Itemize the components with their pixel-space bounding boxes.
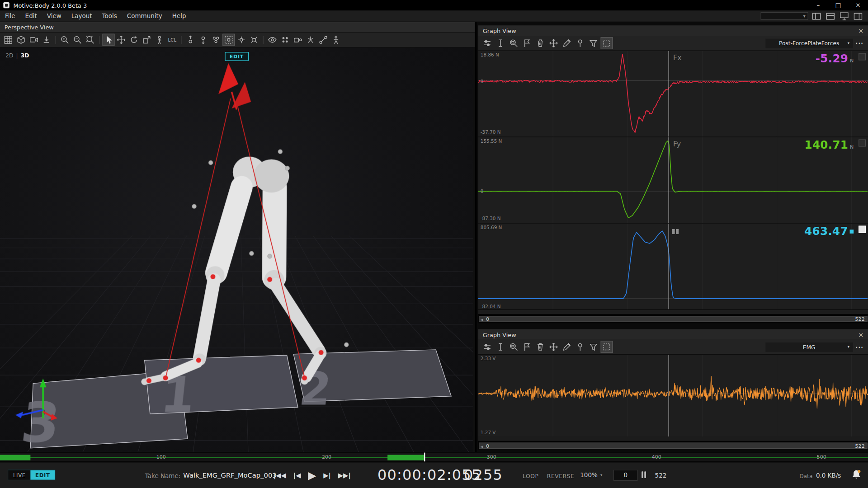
lcl-toggle[interactable]: LCL	[166, 34, 178, 46]
sliders-icon[interactable]	[481, 341, 493, 353]
trash-icon[interactable]	[534, 341, 547, 353]
zoom-in-icon[interactable]	[59, 34, 71, 46]
marker-select-icon[interactable]	[222, 34, 235, 46]
layout-combo[interactable]: ▾	[760, 12, 808, 20]
menu-help[interactable]: Help	[167, 10, 191, 21]
close-icon[interactable]: ×	[858, 331, 863, 338]
viewport-3d[interactable]: 3 1 2	[0, 47, 473, 452]
scrollbar-thumb[interactable]	[479, 316, 868, 322]
graph-options-icon[interactable]	[859, 53, 866, 61]
graph-scrollbar[interactable]: ◀ 0 522	[478, 441, 868, 450]
menu-edit[interactable]: Edit	[20, 10, 42, 21]
graph-view-header[interactable]: Graph View ×	[478, 329, 868, 340]
skip-to-start-button[interactable]: |◀◀	[274, 471, 286, 479]
more-options-icon[interactable]: ···	[854, 344, 865, 350]
graph-scrollbar[interactable]: ◀ 0 522	[478, 314, 868, 324]
graph-view-header[interactable]: Graph View ×	[478, 25, 868, 36]
skeleton-icon[interactable]	[304, 34, 316, 46]
range-start-field[interactable]: 0	[613, 470, 638, 481]
menu-tools[interactable]: Tools	[97, 10, 122, 21]
dots-icon[interactable]	[279, 34, 291, 46]
loop-toggle[interactable]: LOOP	[523, 473, 539, 479]
marker-up-icon[interactable]	[184, 34, 197, 46]
marker-down-icon[interactable]	[197, 34, 209, 46]
fz-graph-row[interactable]: 805.69 N -82.04 N 463.47	[478, 224, 868, 310]
range-end-field[interactable]: 522	[655, 472, 667, 479]
take-name-value[interactable]: Walk_EMG_GRF_MoCap_003	[183, 471, 276, 479]
step-forward-button[interactable]: ▶|	[323, 471, 331, 479]
more-options-icon[interactable]: ···	[854, 40, 865, 46]
sliders-icon[interactable]	[481, 37, 493, 49]
pencil-icon[interactable]	[561, 37, 573, 49]
menu-layout[interactable]: Layout	[66, 10, 97, 21]
move-icon[interactable]	[547, 341, 560, 353]
eye-icon[interactable]	[266, 34, 278, 46]
menu-view[interactable]: View	[42, 10, 66, 21]
translate-tool-icon[interactable]	[115, 34, 127, 46]
timeline-ruler[interactable]: 100 200 300 400 500	[0, 452, 868, 462]
edit-mode-button[interactable]: EDIT	[30, 470, 55, 480]
zoom-region-icon[interactable]	[508, 37, 520, 49]
pin-icon[interactable]	[574, 341, 586, 353]
pencil-icon[interactable]	[561, 341, 573, 353]
marquee-icon[interactable]	[601, 341, 613, 353]
marker-group-icon[interactable]	[210, 34, 222, 46]
flag-icon[interactable]	[521, 341, 533, 353]
zoom-region-icon[interactable]	[508, 341, 520, 353]
camera-icon[interactable]	[28, 34, 40, 46]
scroll-left-icon[interactable]: ◀	[481, 444, 483, 448]
actor-icon[interactable]	[330, 34, 342, 46]
emg-graph-row[interactable]: 2.33 V 1.27 V	[478, 355, 868, 436]
minimize-button[interactable]: –	[808, 0, 828, 10]
play-button[interactable]: ▶	[308, 469, 316, 481]
ibeam-icon[interactable]	[494, 341, 506, 353]
fx-plot[interactable]	[478, 51, 868, 137]
move-icon[interactable]	[547, 37, 560, 49]
close-icon[interactable]: ×	[858, 27, 863, 34]
bone-icon[interactable]	[317, 34, 330, 46]
marker-collapse-icon[interactable]	[248, 34, 260, 46]
zoom-out-icon[interactable]	[71, 34, 84, 46]
camera-panel-icon[interactable]	[825, 12, 835, 21]
panel-right-icon[interactable]	[853, 12, 863, 21]
notifications-bell-icon[interactable]	[851, 469, 861, 480]
pin-icon[interactable]	[574, 37, 586, 49]
follow-tool-icon[interactable]	[153, 34, 165, 46]
graph-layout-dropdown[interactable]: Post-ForcePlateForces ▾	[765, 38, 853, 48]
graph-options-icon[interactable]	[859, 226, 866, 233]
marker-expand-icon[interactable]	[235, 34, 247, 46]
graph-layout-dropdown[interactable]: EMG ▾	[765, 342, 853, 352]
mode-2d-tab[interactable]: 2D	[5, 52, 13, 58]
timeline-playhead[interactable]	[424, 453, 425, 462]
cube-icon[interactable]	[15, 34, 27, 46]
filter-icon[interactable]	[587, 341, 599, 353]
rotate-tool-icon[interactable]	[128, 34, 140, 46]
scrollbar-thumb[interactable]	[479, 443, 868, 449]
flag-icon[interactable]	[521, 37, 533, 49]
graph-options-icon[interactable]	[859, 140, 866, 147]
emg-plot[interactable]	[478, 355, 868, 436]
marquee-icon[interactable]	[601, 37, 613, 49]
fx-graph-row[interactable]: 18.86 N 0 -37.70 N Fx -5.29 N	[478, 51, 868, 137]
scale-tool-icon[interactable]	[141, 34, 153, 46]
menu-file[interactable]: File	[0, 10, 20, 21]
reverse-toggle[interactable]: REVERSE	[547, 473, 575, 479]
display-icon[interactable]	[839, 12, 849, 21]
skip-to-end-button[interactable]: ▶▶|	[338, 471, 351, 479]
scroll-left-icon[interactable]: ◀	[481, 318, 483, 322]
select-tool-icon[interactable]	[103, 34, 115, 46]
filter-icon[interactable]	[587, 37, 599, 49]
ibeam-icon[interactable]	[494, 37, 506, 49]
live-mode-button[interactable]: LIVE	[8, 470, 30, 480]
perspective-view-header[interactable]: Perspective View	[0, 22, 475, 33]
camera-marker-icon[interactable]	[292, 34, 304, 46]
fy-graph-row[interactable]: 155.55 N 0 -87.30 N Fy 140.71 N	[478, 137, 868, 224]
menu-community[interactable]: Community	[122, 10, 167, 21]
mode-3d-tab[interactable]: 3D	[21, 52, 29, 58]
panel-left-icon[interactable]	[811, 12, 822, 21]
zoom-fit-icon[interactable]	[84, 34, 96, 46]
playback-speed-dropdown[interactable]: 100% ▾	[580, 471, 602, 479]
maximize-button[interactable]: □	[828, 0, 848, 10]
step-back-button[interactable]: |◀	[293, 471, 301, 479]
grid-icon[interactable]	[2, 34, 14, 46]
